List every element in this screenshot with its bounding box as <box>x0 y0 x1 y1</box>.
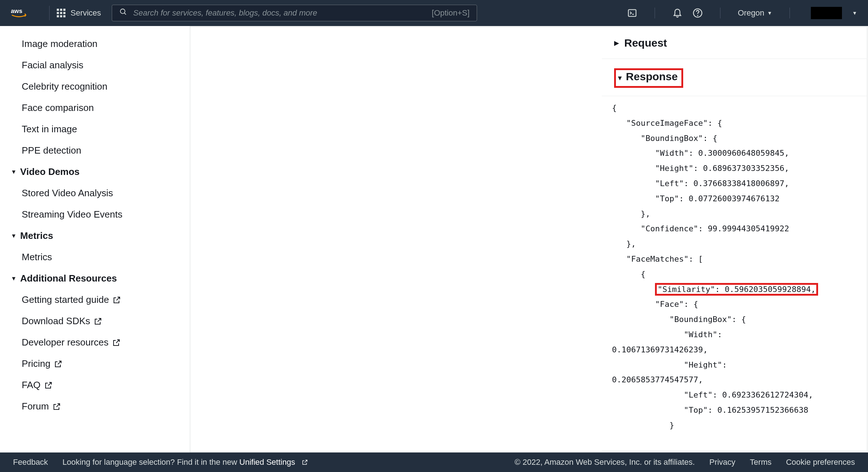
right-panel: ▶ Request ▼ Response { "SourceImageFace"… <box>602 27 867 451</box>
svg-line-8 <box>98 318 101 322</box>
nav-divider <box>720 8 720 18</box>
request-header[interactable]: ▶ Request <box>602 27 867 59</box>
sidebar-item-label: FAQ <box>22 379 41 391</box>
sidebar-item[interactable]: Streaming Video Events <box>0 204 190 225</box>
triangle-down-icon: ▼ <box>11 169 17 175</box>
sidebar-item-label: Text in image <box>22 124 77 134</box>
footer: Feedback Looking for language selection?… <box>0 452 868 472</box>
cloudshell-icon <box>627 8 637 18</box>
sidebar-item-label: Image moderation <box>22 38 98 49</box>
aws-logo-icon: aws <box>11 7 31 19</box>
sidebar-section-metrics[interactable]: ▼ Metrics <box>0 225 190 246</box>
triangle-down-icon: ▼ <box>617 74 623 82</box>
terms-link[interactable]: Terms <box>750 458 771 467</box>
response-title: Response <box>626 70 678 82</box>
privacy-link[interactable]: Privacy <box>709 458 735 467</box>
external-icon <box>44 381 53 390</box>
svg-line-13 <box>305 460 307 463</box>
sidebar-item[interactable]: Download SDKs <box>0 310 190 332</box>
external-icon <box>52 402 61 411</box>
svg-point-6 <box>697 15 698 16</box>
sidebar-item-label: Getting started guide <box>22 294 109 305</box>
sidebar-item[interactable]: PPE detection <box>0 140 190 161</box>
response-body: { "SourceImageFace": { "BoundingBox": { … <box>602 96 867 440</box>
search-input[interactable]: Search for services, features, blogs, do… <box>112 5 477 21</box>
response-highlight: ▼ Response <box>614 68 683 88</box>
sidebar-item-label: Download SDKs <box>22 316 90 327</box>
sidebar-item-label: Face comparison <box>22 102 94 113</box>
cloudshell-button[interactable] <box>627 8 637 18</box>
svg-rect-3 <box>628 10 636 17</box>
grid-icon <box>57 9 65 17</box>
sidebar-item[interactable]: Metrics <box>0 246 190 268</box>
sidebar-item[interactable]: Text in image <box>0 119 190 140</box>
svg-point-1 <box>120 9 125 14</box>
sidebar-item-label: Streaming Video Events <box>22 209 122 220</box>
svg-line-2 <box>124 13 126 15</box>
section-label: Metrics <box>20 230 53 241</box>
svg-line-12 <box>56 404 60 407</box>
aws-logo[interactable]: aws <box>11 7 31 19</box>
sidebar-item-label: PPE detection <box>22 145 81 156</box>
sidebar: Image moderationFacial analysisCelebrity… <box>0 26 190 452</box>
unified-settings-link[interactable]: Unified Settings <box>239 458 308 467</box>
svg-text:aws: aws <box>11 8 22 14</box>
external-icon <box>112 296 121 304</box>
sidebar-section-video-demos[interactable]: ▼ Video Demos <box>0 161 190 183</box>
nav-divider <box>655 8 655 18</box>
cookies-link[interactable]: Cookie preferences <box>786 458 855 467</box>
sidebar-item[interactable]: Celebrity recognition <box>0 76 190 97</box>
sidebar-item-label: Metrics <box>22 252 52 262</box>
search-placeholder: Search for services, features, blogs, do… <box>133 8 317 18</box>
nav-divider <box>49 6 50 20</box>
main-container: Image moderationFacial analysisCelebrity… <box>0 26 868 452</box>
region-label: Oregon <box>738 8 764 18</box>
external-icon <box>112 338 121 347</box>
search-shortcut: [Option+S] <box>432 8 470 18</box>
sidebar-item-label: Developer resources <box>22 337 109 348</box>
sidebar-item-label: Forum <box>22 401 49 412</box>
copyright: © 2022, Amazon Web Services, Inc. or its… <box>515 458 695 467</box>
footer-right: © 2022, Amazon Web Services, Inc. or its… <box>515 458 855 467</box>
external-icon <box>54 360 63 368</box>
sidebar-item[interactable]: Image moderation <box>0 33 190 55</box>
search-icon <box>119 8 127 18</box>
top-navigation: aws Services Search for services, featur… <box>0 0 868 26</box>
external-icon <box>94 317 102 326</box>
help-icon <box>693 8 703 18</box>
content-main <box>190 27 602 451</box>
sidebar-item-label: Celebrity recognition <box>22 81 107 92</box>
caret-down-icon[interactable]: ▼ <box>852 10 857 16</box>
help-button[interactable] <box>693 8 703 18</box>
svg-line-11 <box>48 382 51 386</box>
sidebar-item[interactable]: Getting started guide <box>0 289 190 310</box>
sidebar-item[interactable]: FAQ <box>0 374 190 396</box>
similarity-highlight: "Similarity": 0.5962035059928894, <box>655 283 818 296</box>
svg-line-7 <box>116 297 120 300</box>
triangle-down-icon: ▼ <box>11 275 17 282</box>
services-button[interactable]: Services <box>57 8 101 18</box>
svg-line-10 <box>58 361 61 364</box>
feedback-link[interactable]: Feedback <box>13 458 48 467</box>
content-area: ▶ Request ▼ Response { "SourceImageFace"… <box>190 26 868 452</box>
sidebar-item[interactable]: Stored Video Analysis <box>0 183 190 204</box>
region-selector[interactable]: Oregon ▼ <box>738 8 772 18</box>
notifications-button[interactable] <box>672 8 682 18</box>
sidebar-section-resources[interactable]: ▼ Additional Resources <box>0 268 190 289</box>
sidebar-item[interactable]: Pricing <box>0 353 190 374</box>
sidebar-item-label: Facial analysis <box>22 60 84 70</box>
section-label: Additional Resources <box>20 273 117 284</box>
account-menu[interactable] <box>811 7 842 19</box>
sidebar-item[interactable]: Forum <box>0 396 190 417</box>
sidebar-item-label: Pricing <box>22 358 50 369</box>
sidebar-item-label: Stored Video Analysis <box>22 188 113 198</box>
bell-icon <box>672 8 682 18</box>
external-icon <box>302 459 308 465</box>
triangle-down-icon: ▼ <box>11 233 17 239</box>
response-section: ▼ Response { "SourceImageFace": { "Bound… <box>602 59 867 451</box>
sidebar-item[interactable]: Face comparison <box>0 97 190 119</box>
response-header[interactable]: ▼ Response <box>602 59 867 88</box>
sidebar-item[interactable]: Developer resources <box>0 332 190 353</box>
sidebar-item[interactable]: Facial analysis <box>0 55 190 76</box>
footer-left: Feedback Looking for language selection?… <box>13 458 308 467</box>
